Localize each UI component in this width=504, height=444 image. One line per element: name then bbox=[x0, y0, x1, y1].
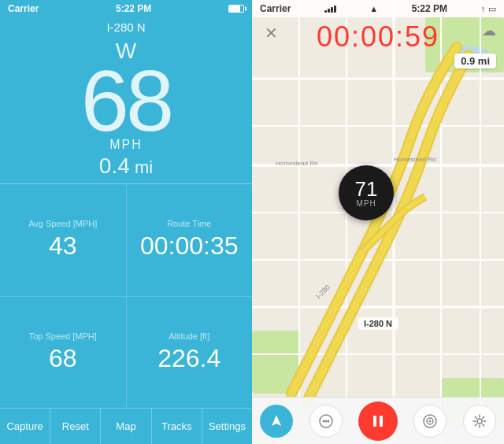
map-route-label: I-280 N bbox=[358, 317, 398, 330]
speed-unit-label: MPH bbox=[0, 138, 252, 152]
timer-display: 00:00:59 bbox=[317, 20, 439, 54]
svg-point-21 bbox=[324, 420, 327, 422]
speed-bubble: 71 MPH bbox=[339, 165, 394, 220]
svg-rect-23 bbox=[373, 416, 376, 427]
map-button[interactable]: Map bbox=[101, 409, 151, 444]
bottom-toolbar: Capture Reset Map Tracks Settings bbox=[0, 408, 252, 444]
wifi-icon: ▲ bbox=[369, 4, 378, 13]
time-left: 5:22 PM bbox=[116, 3, 151, 14]
pause-icon bbox=[369, 413, 387, 430]
chat-button[interactable] bbox=[309, 405, 343, 438]
stats-grid: Avg Speed [MPH] 43 Route Time 00:00:35 T… bbox=[0, 183, 252, 408]
map-speed-unit: MPH bbox=[356, 199, 376, 208]
distance-display: 0.4 mi bbox=[0, 154, 252, 183]
route-name: I-280 N bbox=[0, 17, 252, 37]
carrier-right: Carrier bbox=[260, 3, 291, 14]
stat-altitude-value: 226.4 bbox=[158, 344, 220, 373]
svg-text:Homestead Rd: Homestead Rd bbox=[276, 160, 317, 167]
stat-avg-speed-value: 43 bbox=[49, 231, 77, 261]
capture-button[interactable]: Capture bbox=[0, 409, 50, 444]
svg-rect-24 bbox=[380, 416, 383, 427]
chat-icon bbox=[318, 413, 334, 429]
signal-bar-1 bbox=[324, 10, 327, 13]
battery-icon bbox=[228, 5, 244, 13]
stat-top-speed-value: 68 bbox=[49, 344, 77, 373]
map-speed-value: 71 bbox=[355, 179, 378, 199]
settings-button[interactable]: Settings bbox=[202, 409, 252, 444]
close-button[interactable]: ✕ bbox=[260, 22, 282, 44]
distance-unit: mi bbox=[135, 157, 153, 177]
left-panel: Carrier 5:22 PM I-280 N W 68 MPH 0.4 mi … bbox=[0, 0, 252, 444]
signal-bar-4 bbox=[334, 6, 336, 13]
timer-overlay: 00:00:59 bbox=[252, 20, 504, 54]
status-icons-left bbox=[228, 5, 244, 13]
svg-point-27 bbox=[429, 420, 432, 422]
stat-top-speed-label: Top Speed [MPH] bbox=[29, 331, 97, 341]
speed-display: 68 bbox=[0, 57, 252, 144]
map-action-bar bbox=[252, 397, 504, 444]
status-bar-right: Carrier ▲ 5:22 PM ↑ ▭ bbox=[252, 0, 504, 17]
map-settings-button[interactable] bbox=[463, 405, 496, 438]
stat-top-speed: Top Speed [MPH] 68 bbox=[0, 297, 126, 409]
navigation-button[interactable] bbox=[260, 405, 293, 438]
stat-route-time-value: 00:00:35 bbox=[140, 231, 239, 261]
stat-altitude: Altitude [ft] 226.4 bbox=[127, 297, 253, 409]
svg-point-20 bbox=[322, 420, 324, 422]
carrier-left: Carrier bbox=[8, 3, 39, 14]
pause-button[interactable] bbox=[358, 401, 398, 441]
svg-point-22 bbox=[327, 420, 329, 422]
signal-bar-2 bbox=[328, 9, 330, 13]
stat-route-time: Route Time 00:00:35 bbox=[127, 184, 253, 296]
distance-value: 0.4 bbox=[99, 154, 130, 178]
tracks-button[interactable]: Tracks bbox=[152, 409, 202, 444]
cloud-button[interactable]: ☁ bbox=[482, 22, 496, 39]
navigation-arrow-icon bbox=[269, 413, 284, 429]
signal-bar-3 bbox=[331, 7, 333, 13]
status-bar-left: Carrier 5:22 PM bbox=[0, 0, 252, 17]
stat-avg-speed: Avg Speed [MPH] 43 bbox=[0, 184, 126, 296]
distance-badge: 0.9 mi bbox=[454, 54, 496, 68]
gear-icon bbox=[472, 413, 487, 429]
right-panel: Carrier ▲ 5:22 PM ↑ ▭ bbox=[252, 0, 504, 444]
stat-route-time-label: Route Time bbox=[167, 219, 211, 228]
svg-text:Homestead Rd: Homestead Rd bbox=[394, 156, 435, 163]
signal-icon bbox=[324, 5, 336, 13]
stat-avg-speed-label: Avg Speed [MPH] bbox=[28, 219, 97, 228]
battery-right-icon: ▭ bbox=[488, 4, 496, 14]
svg-point-28 bbox=[477, 419, 482, 424]
status-icons-right: ↑ ▭ bbox=[480, 4, 496, 14]
time-right: 5:22 PM bbox=[412, 3, 447, 14]
camera-button[interactable] bbox=[413, 405, 447, 438]
location-arrow-icon: ↑ bbox=[480, 4, 485, 13]
stat-altitude-label: Altitude [ft] bbox=[169, 331, 209, 341]
battery-fill bbox=[229, 6, 240, 12]
camera-icon bbox=[422, 413, 438, 429]
reset-button[interactable]: Reset bbox=[50, 409, 101, 444]
